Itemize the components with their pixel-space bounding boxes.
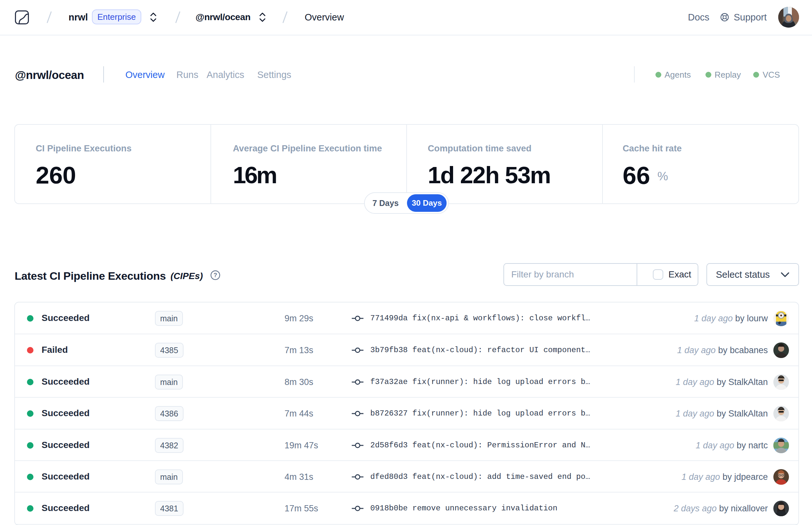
svg-text:?: ? bbox=[214, 272, 217, 279]
